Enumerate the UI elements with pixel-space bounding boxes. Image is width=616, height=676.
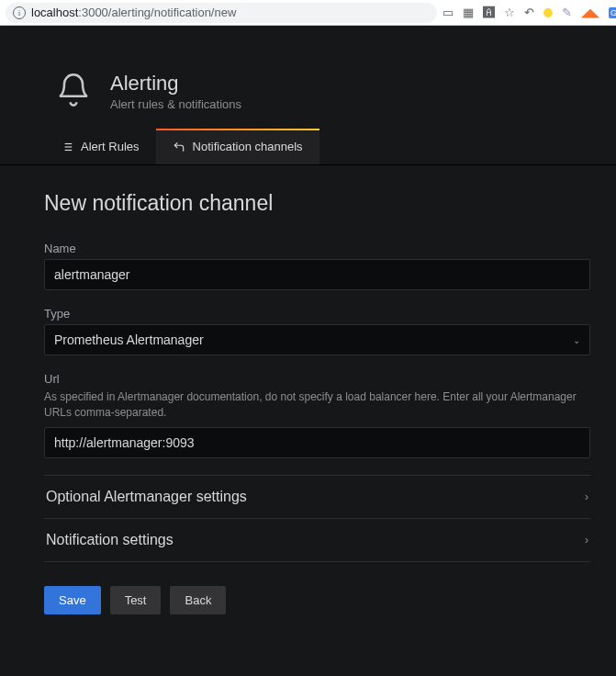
page-heading: New notification channel bbox=[44, 191, 588, 216]
url-field[interactable]: i localhost:3000/alerting/notification/n… bbox=[6, 3, 437, 23]
translate-ext-icon[interactable]: 🅰 bbox=[483, 6, 495, 19]
name-input[interactable] bbox=[44, 259, 590, 290]
reply-icon bbox=[173, 141, 185, 153]
optional-alertmanager-settings[interactable]: Optional Alertmanager settings › bbox=[44, 475, 590, 519]
save-button[interactable]: Save bbox=[44, 586, 101, 614]
page-subtitle: Alert rules & notifications bbox=[110, 97, 241, 111]
list-icon bbox=[61, 141, 73, 153]
tab-alert-rules-label: Alert Rules bbox=[81, 140, 140, 153]
notification-settings-label: Notification settings bbox=[46, 532, 174, 548]
type-select[interactable]: Prometheus Alertmanager ⌄ bbox=[44, 324, 590, 355]
optional-settings-label: Optional Alertmanager settings bbox=[46, 489, 247, 505]
qr-icon[interactable]: ▦ bbox=[463, 6, 474, 19]
google-translate-icon[interactable]: G bbox=[609, 7, 616, 18]
tab-alert-rules[interactable]: Alert Rules bbox=[44, 129, 156, 164]
yellow-dot-icon[interactable] bbox=[543, 8, 553, 17]
feather-icon[interactable]: ✎ bbox=[562, 6, 572, 19]
test-button[interactable]: Test bbox=[110, 586, 162, 614]
url-help-text: As specified in Alertmanager documentati… bbox=[44, 389, 588, 422]
chevron-down-icon: ⌄ bbox=[573, 335, 580, 345]
back-button[interactable]: Back bbox=[170, 586, 226, 614]
name-label: Name bbox=[44, 242, 588, 255]
chevron-right-icon: › bbox=[585, 490, 588, 503]
star-icon[interactable]: ☆ bbox=[504, 6, 515, 19]
url-label: Url bbox=[44, 372, 588, 386]
page-title: Alerting bbox=[110, 72, 241, 96]
chevron-right-icon: › bbox=[585, 534, 588, 546]
notification-settings[interactable]: Notification settings › bbox=[44, 519, 590, 562]
tabs: Alert Rules Notification channels bbox=[0, 129, 616, 165]
type-select-value: Prometheus Alertmanager bbox=[54, 332, 204, 347]
url-text: localhost:3000/alerting/notification/new bbox=[31, 6, 236, 19]
browser-address-bar: i localhost:3000/alerting/notification/n… bbox=[0, 0, 616, 26]
tab-notification-channels-label: Notification channels bbox=[193, 140, 303, 153]
bell-icon bbox=[55, 72, 92, 112]
page-header: Alerting Alert rules & notifications bbox=[0, 53, 616, 129]
type-label: Type bbox=[44, 307, 588, 321]
info-icon[interactable]: i bbox=[13, 6, 26, 19]
url-input[interactable] bbox=[44, 427, 590, 458]
browser-toolbar-icons: ▭ ▦ 🅰 ☆ ↶ ✎ ◢◣ G 11:27 bbox=[442, 6, 616, 19]
undo-icon[interactable]: ↶ bbox=[524, 6, 534, 19]
tab-notification-channels[interactable]: Notification channels bbox=[156, 129, 319, 164]
gitlab-icon[interactable]: ◢◣ bbox=[581, 6, 599, 19]
devices-icon[interactable]: ▭ bbox=[442, 6, 454, 19]
